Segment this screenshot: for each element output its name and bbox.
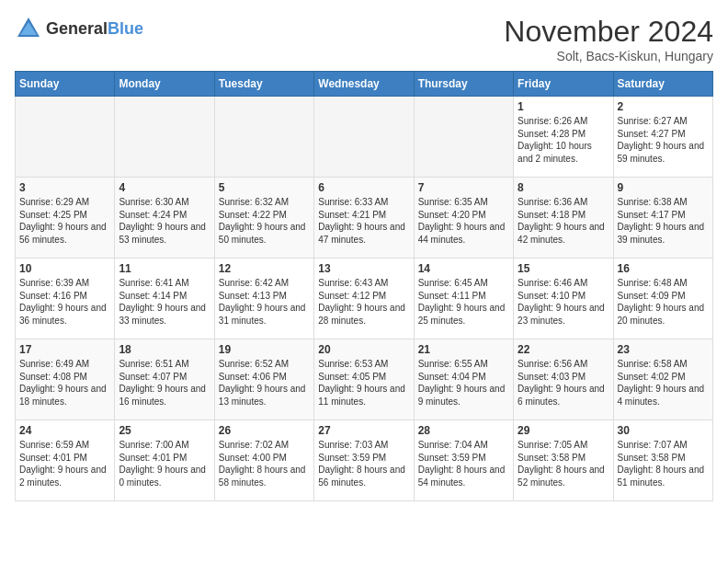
calendar-week-2: 10Sunrise: 6:39 AM Sunset: 4:16 PM Dayli… bbox=[16, 259, 713, 339]
day-number: 8 bbox=[518, 181, 609, 194]
calendar-cell: 8Sunrise: 6:36 AM Sunset: 4:18 PM Daylig… bbox=[514, 178, 613, 259]
day-number: 29 bbox=[518, 424, 609, 437]
calendar-cell: 25Sunrise: 7:00 AM Sunset: 4:01 PM Dayli… bbox=[115, 420, 214, 501]
calendar-cell: 11Sunrise: 6:41 AM Sunset: 4:14 PM Dayli… bbox=[115, 259, 214, 339]
day-number: 11 bbox=[119, 262, 210, 275]
day-number: 28 bbox=[418, 424, 509, 437]
day-number: 9 bbox=[618, 181, 709, 194]
calendar-cell: 27Sunrise: 7:03 AM Sunset: 3:59 PM Dayli… bbox=[314, 420, 414, 501]
calendar-cell: 21Sunrise: 6:55 AM Sunset: 4:04 PM Dayli… bbox=[414, 339, 513, 420]
day-info: Sunrise: 6:51 AM Sunset: 4:07 PM Dayligh… bbox=[119, 358, 210, 408]
day-info: Sunrise: 7:07 AM Sunset: 3:58 PM Dayligh… bbox=[618, 439, 709, 488]
title-area: November 2024 Solt, Bacs-Kiskun, Hungary bbox=[504, 15, 713, 63]
day-number: 25 bbox=[119, 424, 210, 437]
calendar-cell bbox=[16, 97, 115, 178]
calendar-body: 1Sunrise: 6:26 AM Sunset: 4:28 PM Daylig… bbox=[16, 97, 713, 501]
header: GeneralBlue November 2024 Solt, Bacs-Kis… bbox=[15, 15, 713, 63]
weekday-header-sunday: Sunday bbox=[16, 72, 115, 97]
weekday-header-friday: Friday bbox=[514, 72, 613, 97]
calendar-cell: 26Sunrise: 7:02 AM Sunset: 4:00 PM Dayli… bbox=[214, 420, 313, 501]
month-title: November 2024 bbox=[504, 15, 713, 49]
day-number: 14 bbox=[418, 262, 509, 275]
calendar-week-4: 24Sunrise: 6:59 AM Sunset: 4:01 PM Dayli… bbox=[16, 420, 713, 501]
day-info: Sunrise: 6:46 AM Sunset: 4:10 PM Dayligh… bbox=[518, 277, 609, 327]
day-info: Sunrise: 6:43 AM Sunset: 4:12 PM Dayligh… bbox=[318, 277, 409, 327]
day-number: 23 bbox=[618, 343, 709, 356]
day-info: Sunrise: 6:29 AM Sunset: 4:25 PM Dayligh… bbox=[19, 196, 110, 246]
day-number: 4 bbox=[119, 181, 210, 194]
day-number: 12 bbox=[219, 262, 310, 275]
day-number: 20 bbox=[318, 343, 409, 356]
day-number: 2 bbox=[618, 100, 709, 113]
calendar-cell: 4Sunrise: 6:30 AM Sunset: 4:24 PM Daylig… bbox=[115, 178, 214, 259]
day-number: 5 bbox=[219, 181, 310, 194]
day-info: Sunrise: 6:55 AM Sunset: 4:04 PM Dayligh… bbox=[418, 358, 509, 408]
day-number: 21 bbox=[418, 343, 509, 356]
calendar-cell: 15Sunrise: 6:46 AM Sunset: 4:10 PM Dayli… bbox=[514, 259, 613, 339]
day-info: Sunrise: 6:52 AM Sunset: 4:06 PM Dayligh… bbox=[219, 358, 310, 408]
calendar-cell bbox=[214, 97, 313, 178]
day-info: Sunrise: 7:00 AM Sunset: 4:01 PM Dayligh… bbox=[119, 439, 210, 488]
day-number: 18 bbox=[119, 343, 210, 356]
day-info: Sunrise: 6:33 AM Sunset: 4:21 PM Dayligh… bbox=[318, 196, 409, 246]
weekday-header-saturday: Saturday bbox=[613, 72, 712, 97]
day-number: 22 bbox=[518, 343, 609, 356]
day-number: 30 bbox=[618, 424, 709, 437]
day-number: 6 bbox=[318, 181, 409, 194]
weekday-header-monday: Monday bbox=[115, 72, 214, 97]
calendar-cell: 29Sunrise: 7:05 AM Sunset: 3:58 PM Dayli… bbox=[514, 420, 613, 501]
day-info: Sunrise: 6:59 AM Sunset: 4:01 PM Dayligh… bbox=[19, 439, 110, 488]
day-info: Sunrise: 6:30 AM Sunset: 4:24 PM Dayligh… bbox=[119, 196, 210, 246]
calendar-cell: 6Sunrise: 6:33 AM Sunset: 4:21 PM Daylig… bbox=[314, 178, 414, 259]
day-info: Sunrise: 6:38 AM Sunset: 4:17 PM Dayligh… bbox=[618, 196, 709, 246]
day-info: Sunrise: 6:49 AM Sunset: 4:08 PM Dayligh… bbox=[19, 358, 110, 408]
calendar-cell: 18Sunrise: 6:51 AM Sunset: 4:07 PM Dayli… bbox=[115, 339, 214, 420]
calendar-cell: 1Sunrise: 6:26 AM Sunset: 4:28 PM Daylig… bbox=[514, 97, 613, 178]
calendar-cell: 28Sunrise: 7:04 AM Sunset: 3:59 PM Dayli… bbox=[414, 420, 513, 501]
weekday-header-wednesday: Wednesday bbox=[314, 72, 414, 97]
calendar-cell: 12Sunrise: 6:42 AM Sunset: 4:13 PM Dayli… bbox=[214, 259, 313, 339]
day-number: 7 bbox=[418, 181, 509, 194]
logo: GeneralBlue bbox=[15, 15, 143, 42]
calendar-cell: 5Sunrise: 6:32 AM Sunset: 4:22 PM Daylig… bbox=[214, 178, 313, 259]
logo-text-general: General bbox=[46, 19, 108, 38]
calendar-cell: 7Sunrise: 6:35 AM Sunset: 4:20 PM Daylig… bbox=[414, 178, 513, 259]
logo-text-blue: Blue bbox=[108, 19, 143, 38]
location-subtitle: Solt, Bacs-Kiskun, Hungary bbox=[504, 49, 713, 63]
logo-icon bbox=[15, 15, 42, 42]
day-info: Sunrise: 7:02 AM Sunset: 4:00 PM Dayligh… bbox=[219, 439, 310, 488]
calendar-cell: 16Sunrise: 6:48 AM Sunset: 4:09 PM Dayli… bbox=[613, 259, 712, 339]
day-info: Sunrise: 6:26 AM Sunset: 4:28 PM Dayligh… bbox=[518, 115, 609, 165]
calendar-table: SundayMondayTuesdayWednesdayThursdayFrid… bbox=[15, 71, 713, 501]
calendar-week-3: 17Sunrise: 6:49 AM Sunset: 4:08 PM Dayli… bbox=[16, 339, 713, 420]
day-number: 15 bbox=[518, 262, 609, 275]
calendar-cell: 17Sunrise: 6:49 AM Sunset: 4:08 PM Dayli… bbox=[16, 339, 115, 420]
day-number: 16 bbox=[618, 262, 709, 275]
calendar-cell: 30Sunrise: 7:07 AM Sunset: 3:58 PM Dayli… bbox=[613, 420, 712, 501]
calendar-cell: 23Sunrise: 6:58 AM Sunset: 4:02 PM Dayli… bbox=[613, 339, 712, 420]
day-info: Sunrise: 6:35 AM Sunset: 4:20 PM Dayligh… bbox=[418, 196, 509, 246]
calendar-cell: 10Sunrise: 6:39 AM Sunset: 4:16 PM Dayli… bbox=[16, 259, 115, 339]
calendar-cell: 9Sunrise: 6:38 AM Sunset: 4:17 PM Daylig… bbox=[613, 178, 712, 259]
calendar-cell: 22Sunrise: 6:56 AM Sunset: 4:03 PM Dayli… bbox=[514, 339, 613, 420]
day-info: Sunrise: 7:04 AM Sunset: 3:59 PM Dayligh… bbox=[418, 439, 509, 488]
weekday-header-tuesday: Tuesday bbox=[214, 72, 313, 97]
calendar-cell: 14Sunrise: 6:45 AM Sunset: 4:11 PM Dayli… bbox=[414, 259, 513, 339]
calendar-cell: 13Sunrise: 6:43 AM Sunset: 4:12 PM Dayli… bbox=[314, 259, 414, 339]
calendar-cell bbox=[314, 97, 414, 178]
day-info: Sunrise: 7:05 AM Sunset: 3:58 PM Dayligh… bbox=[518, 439, 609, 488]
calendar-cell: 20Sunrise: 6:53 AM Sunset: 4:05 PM Dayli… bbox=[314, 339, 414, 420]
day-number: 17 bbox=[19, 343, 110, 356]
day-number: 26 bbox=[219, 424, 310, 437]
day-info: Sunrise: 6:58 AM Sunset: 4:02 PM Dayligh… bbox=[618, 358, 709, 408]
calendar-cell: 24Sunrise: 6:59 AM Sunset: 4:01 PM Dayli… bbox=[16, 420, 115, 501]
calendar-week-0: 1Sunrise: 6:26 AM Sunset: 4:28 PM Daylig… bbox=[16, 97, 713, 178]
day-info: Sunrise: 6:42 AM Sunset: 4:13 PM Dayligh… bbox=[219, 277, 310, 327]
day-info: Sunrise: 7:03 AM Sunset: 3:59 PM Dayligh… bbox=[318, 439, 409, 488]
weekday-header-thursday: Thursday bbox=[414, 72, 513, 97]
day-number: 24 bbox=[19, 424, 110, 437]
day-info: Sunrise: 6:32 AM Sunset: 4:22 PM Dayligh… bbox=[219, 196, 310, 246]
calendar-cell: 19Sunrise: 6:52 AM Sunset: 4:06 PM Dayli… bbox=[214, 339, 313, 420]
calendar-cell: 2Sunrise: 6:27 AM Sunset: 4:27 PM Daylig… bbox=[613, 97, 712, 178]
day-number: 1 bbox=[518, 100, 609, 113]
